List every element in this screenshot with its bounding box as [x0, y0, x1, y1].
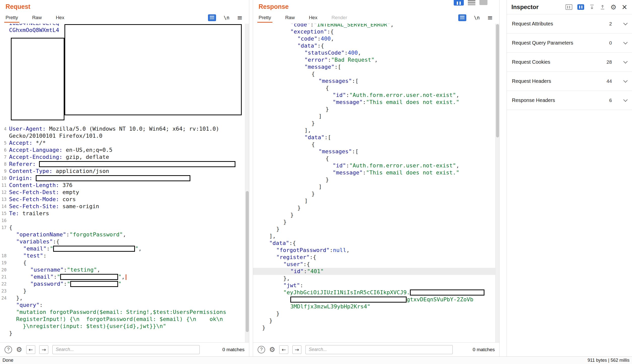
show-newlines-icon[interactable]: \n — [224, 15, 229, 20]
wrap-lines-icon[interactable] — [208, 14, 216, 21]
inspector-settings-gear-icon[interactable]: ⚙ — [610, 3, 616, 11]
code-line: 16 — [0, 217, 249, 224]
layout-columns-icon[interactable] — [454, 0, 464, 6]
response-search-input[interactable] — [305, 345, 453, 354]
line-number — [0, 48, 9, 55]
tab-response-pretty[interactable]: Pretty — [259, 15, 271, 20]
inspector-section-request-attributes[interactable]: Request Attributes 2 — [507, 14, 632, 33]
inspector-section-response-headers[interactable]: Response Headers 6 — [507, 91, 632, 110]
line-number: 5 — [0, 139, 9, 147]
code-token: en-US,en;q=0.5 — [62, 147, 113, 153]
tab-request-raw[interactable]: Raw — [32, 15, 42, 20]
line-number — [253, 282, 262, 289]
code-line: 24}, — [0, 295, 249, 302]
code-line: "statusCode":400, — [253, 49, 499, 56]
inspector-panel: Inspector ⚙ × Request Attributes 2 — [507, 0, 632, 356]
close-icon[interactable]: × — [622, 4, 627, 11]
tab-response-raw[interactable]: Raw — [285, 15, 295, 20]
show-newlines-icon[interactable]: \n — [474, 15, 480, 20]
code-line: "forgotPassword":null, — [253, 247, 499, 254]
line-number — [0, 55, 9, 62]
inspector-section-request-headers[interactable]: Request Headers 44 — [507, 72, 632, 91]
code-token: { — [326, 155, 329, 162]
code-line: }\nregister(input: $test){user{id},jwt}}… — [0, 323, 249, 330]
search-prev-button[interactable]: ← — [26, 345, 35, 354]
request-editor[interactable]: IuZO4fNeZPOLreqCGhxmOoQ8WXmtL44User-Agen… — [0, 24, 249, 342]
code-token: , — [138, 245, 142, 252]
code-token: : — [47, 245, 50, 252]
section-label: Request Query Parameters — [512, 40, 573, 46]
code-line: 5Accept: */* — [0, 139, 249, 147]
code-token: "eyJhbGciOiJIUzI1NiIsInR5cCI6IkpXVCJ9. — [283, 289, 410, 296]
section-count: 2 — [609, 21, 624, 27]
code-line: 22"password":"" — [0, 280, 249, 287]
line-number — [0, 132, 9, 139]
code-token: { — [311, 141, 315, 148]
tab-request-hex[interactable]: Hex — [56, 15, 64, 20]
code-token: User-Agent: — [9, 126, 46, 132]
line-number: 13 — [0, 196, 9, 203]
code-token: "code" — [290, 24, 310, 28]
redaction-box — [60, 274, 118, 280]
expand-all-icon[interactable] — [589, 4, 595, 10]
line-number — [253, 148, 262, 155]
code-token: 400 — [321, 35, 331, 42]
code-line: } — [253, 317, 499, 324]
tab-request-pretty[interactable]: Pretty — [6, 15, 18, 20]
line-number — [253, 24, 262, 28]
help-icon[interactable]: ? — [5, 346, 12, 353]
line-number — [253, 183, 262, 190]
code-token: : — [300, 282, 303, 288]
editor-menu-icon[interactable]: ≡ — [487, 14, 493, 21]
search-next-button[interactable]: → — [39, 345, 48, 354]
layout-stacked-icon[interactable] — [479, 0, 487, 5]
code-token: } — [269, 317, 272, 324]
help-icon[interactable]: ? — [258, 346, 265, 353]
line-number — [0, 69, 9, 76]
code-line: { — [253, 141, 499, 148]
code-token: : — [66, 231, 69, 238]
code-line: 21"email":"", — [0, 273, 249, 280]
inspector-section-request-query-parameters[interactable]: Request Query Parameters 0 — [507, 33, 632, 53]
inspector-view-panels-icon[interactable] — [577, 4, 584, 10]
code-token: , — [346, 247, 349, 253]
chevron-down-icon[interactable] — [623, 59, 628, 63]
search-next-button[interactable]: → — [292, 345, 301, 354]
search-settings-gear-icon[interactable]: ⚙ — [269, 346, 275, 353]
layout-menu-icon[interactable] — [468, 1, 475, 5]
tab-response-hex[interactable]: Hex — [309, 15, 318, 20]
code-token: } — [311, 191, 315, 197]
search-settings-gear-icon[interactable]: ⚙ — [16, 346, 22, 353]
chevron-down-icon[interactable] — [623, 97, 628, 102]
collapse-all-icon[interactable] — [600, 4, 605, 10]
search-prev-button[interactable]: ← — [279, 345, 288, 354]
code-token: "forgotPassword" — [276, 247, 330, 253]
response-scrollbar-thumb[interactable] — [496, 24, 499, 137]
line-number — [253, 85, 262, 92]
code-token: } — [283, 219, 287, 225]
code-token: "message" — [333, 169, 363, 176]
editor-menu-icon[interactable]: ≡ — [237, 14, 242, 21]
code-line: Gecko/20100101 Firefox/101.0 — [0, 132, 249, 139]
code-token: } — [297, 205, 301, 211]
tab-response-render[interactable]: Render — [331, 15, 347, 20]
chevron-down-icon[interactable] — [623, 21, 628, 25]
inspector-view-outline-icon[interactable] — [566, 4, 572, 10]
line-number — [0, 90, 9, 97]
request-scrollbar[interactable] — [245, 24, 249, 342]
code-line: gtxvDEqnSVuPbY-2ZoVb — [253, 296, 499, 303]
section-count: 6 — [609, 98, 624, 103]
request-search-input[interactable] — [52, 345, 200, 354]
response-editor[interactable]: "code":"INTERNAL_SERVER_ERROR","exceptio… — [253, 24, 499, 342]
response-scrollbar[interactable] — [495, 24, 499, 342]
code-token: "401" — [307, 268, 324, 274]
chevron-down-icon[interactable] — [623, 78, 628, 83]
request-scrollbar-thumb[interactable] — [246, 191, 249, 332]
line-number — [0, 27, 9, 34]
redaction-box — [410, 289, 484, 296]
chevron-down-icon[interactable] — [623, 40, 628, 44]
code-token: : — [54, 274, 57, 280]
wrap-lines-icon[interactable] — [458, 14, 466, 21]
code-token: "messages" — [319, 148, 352, 155]
inspector-section-request-cookies[interactable]: Request Cookies 28 — [507, 53, 632, 72]
